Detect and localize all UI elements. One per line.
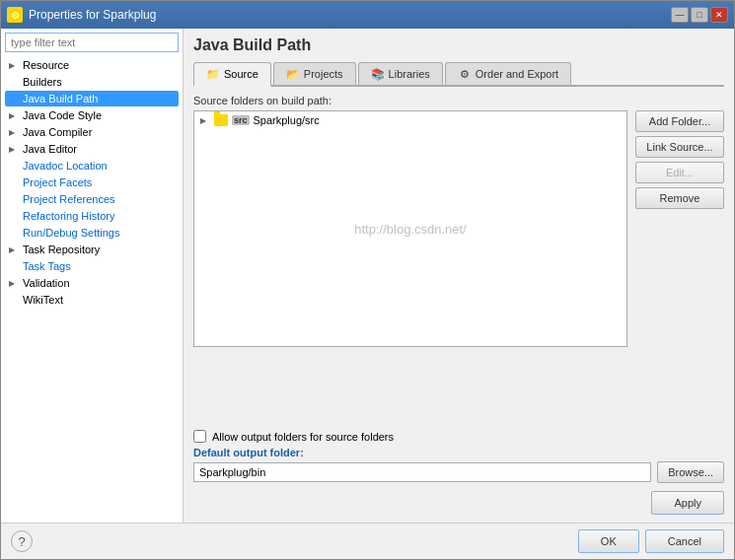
order-export-tab-icon: ⚙ [458, 67, 472, 81]
sidebar-item-label: Project Facets [23, 176, 92, 188]
ok-button[interactable]: OK [578, 529, 639, 553]
sidebar-item-label: Builders [23, 76, 62, 88]
sidebar-item-task-repository[interactable]: Task Repository [5, 242, 179, 257]
sidebar: Resource Builders Java Build Path Java C… [1, 29, 184, 523]
sidebar-item-label: Java Compiler [23, 126, 92, 138]
browse-button[interactable]: Browse... [657, 461, 724, 483]
tab-projects[interactable]: 📂 Projects [273, 62, 356, 85]
sidebar-item-project-references[interactable]: Project References [5, 191, 179, 207]
source-panel-body: ▶ src Sparkplug/src http://blog.csdn.net… [193, 110, 724, 424]
projects-tab-icon: 📂 [286, 67, 300, 81]
cancel-button[interactable]: Cancel [645, 529, 724, 553]
sidebar-item-label: WikiText [23, 294, 63, 306]
bottom-left: ? [11, 530, 33, 552]
sidebar-item-label: Java Code Style [23, 109, 102, 121]
sidebar-item-label: Run/Debug Settings [23, 227, 119, 239]
bottom-right: OK Cancel [578, 529, 724, 553]
sidebar-item-validation[interactable]: Validation [5, 275, 179, 291]
sidebar-item-builders[interactable]: Builders [5, 74, 179, 90]
sidebar-item-refactoring-history[interactable]: Refactoring History [5, 208, 179, 224]
sidebar-item-label: Task Repository [23, 244, 100, 255]
tab-bar: 📁 Source 📂 Projects 📚 Libraries ⚙ Order … [193, 62, 724, 87]
sidebar-item-java-code-style[interactable]: Java Code Style [5, 107, 179, 123]
libraries-tab-icon: 📚 [371, 67, 385, 81]
apply-section: Apply [193, 491, 724, 515]
sidebar-item-java-editor[interactable]: Java Editor [5, 141, 179, 157]
tree-item-sparkplug-src[interactable]: ▶ src Sparkplug/src [194, 111, 626, 129]
sidebar-item-label: Task Tags [23, 260, 71, 272]
link-source-button[interactable]: Link Source... [635, 136, 724, 158]
sidebar-item-label: Resource [23, 59, 69, 71]
folder-icon [214, 114, 228, 126]
remove-button[interactable]: Remove [635, 187, 724, 209]
tab-source[interactable]: 📁 Source [193, 62, 271, 87]
output-folder-row: Browse... [193, 461, 724, 483]
apply-button[interactable]: Apply [651, 491, 724, 515]
sidebar-filter-input[interactable] [5, 33, 179, 52]
sidebar-item-wikitext[interactable]: WikiText [5, 292, 179, 308]
tree-item-label: Sparkplug/src [254, 114, 320, 126]
checkbox-label: Allow output folders for source folders [212, 431, 394, 443]
bottom-bar: ? OK Cancel [1, 523, 734, 559]
title-bar-left: ⚙ Properties for Sparkplug [7, 7, 156, 23]
sidebar-item-java-compiler[interactable]: Java Compiler [5, 124, 179, 140]
sidebar-item-label: Project References [23, 193, 115, 205]
tab-order-export[interactable]: ⚙ Order and Export [445, 62, 571, 85]
source-tab-icon: 📁 [206, 67, 220, 81]
tab-libraries-label: Libraries [389, 68, 430, 80]
source-tree[interactable]: ▶ src Sparkplug/src http://blog.csdn.net… [193, 110, 627, 347]
source-folders-label: Source folders on build path: [193, 95, 724, 106]
properties-dialog: ⚙ Properties for Sparkplug — □ ✕ Resourc… [0, 0, 735, 560]
main-panel: Java Build Path 📁 Source 📂 Projects 📚 Li… [184, 29, 734, 523]
tab-source-label: Source [224, 68, 258, 80]
output-folder-label: Default output folder: [193, 447, 724, 458]
maximize-button[interactable]: □ [691, 7, 708, 23]
sidebar-item-label: Javadoc Location [23, 160, 108, 172]
add-folder-button[interactable]: Add Folder... [635, 110, 724, 132]
title-bar: ⚙ Properties for Sparkplug — □ ✕ [1, 1, 734, 29]
tree-expand-arrow[interactable]: ▶ [200, 116, 210, 125]
src-badge: src [232, 115, 250, 125]
minimize-button[interactable]: — [671, 7, 689, 23]
output-folder-input[interactable] [193, 462, 651, 482]
source-buttons: Add Folder... Link Source... Edit... Rem… [635, 110, 724, 424]
sidebar-item-label: Java Build Path [23, 93, 98, 105]
help-button[interactable]: ? [11, 530, 33, 552]
sidebar-item-java-build-path[interactable]: Java Build Path [5, 91, 179, 106]
output-folder-section: Default output folder: Browse... [193, 447, 724, 483]
tab-projects-label: Projects [304, 68, 343, 80]
tab-order-export-label: Order and Export [476, 68, 558, 80]
sidebar-item-label: Validation [23, 277, 70, 289]
sidebar-item-resource[interactable]: Resource [5, 57, 179, 73]
close-button[interactable]: ✕ [710, 7, 728, 23]
window-title: Properties for Sparkplug [29, 8, 156, 22]
output-folders-checkbox-row: Allow output folders for source folders [193, 430, 724, 443]
sidebar-item-label: Java Editor [23, 143, 77, 155]
watermark-text: http://blog.csdn.net/ [354, 222, 466, 237]
sidebar-item-task-tags[interactable]: Task Tags [5, 258, 179, 274]
source-panel: Source folders on build path: ▶ src Spar… [193, 95, 724, 515]
sidebar-item-run-debug-settings[interactable]: Run/Debug Settings [5, 225, 179, 241]
main-title: Java Build Path [193, 36, 724, 54]
allow-output-folders-checkbox[interactable] [193, 430, 206, 443]
edit-button[interactable]: Edit... [635, 162, 724, 183]
title-buttons: — □ ✕ [671, 7, 728, 23]
window-icon: ⚙ [7, 7, 23, 23]
sidebar-item-project-facets[interactable]: Project Facets [5, 175, 179, 190]
sidebar-item-javadoc-location[interactable]: Javadoc Location [5, 158, 179, 174]
dialog-content: Resource Builders Java Build Path Java C… [1, 29, 734, 523]
sidebar-item-label: Refactoring History [23, 210, 115, 222]
tab-libraries[interactable]: 📚 Libraries [358, 62, 443, 85]
